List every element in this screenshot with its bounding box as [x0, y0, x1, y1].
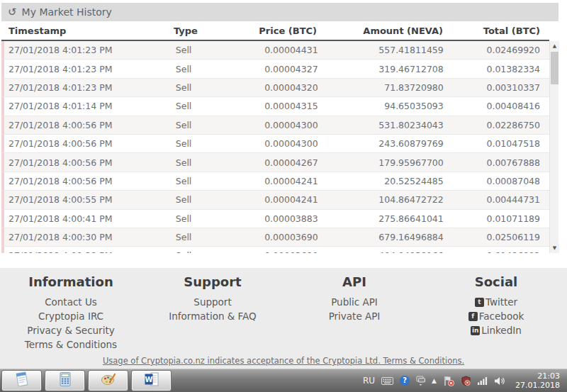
table-row[interactable]: 27/01/2018 4:00:41 PM Sell 0.00003883 27… — [1, 210, 549, 228]
security-alert-icon[interactable] — [461, 376, 471, 386]
cell-total: 0.02506119 — [444, 232, 549, 242]
cell-price: 0.00004300 — [230, 120, 318, 130]
scrollbar-thumb[interactable] — [551, 52, 558, 84]
cell-type: Sell — [176, 120, 230, 130]
cell-amount: 20.52524485 — [318, 176, 444, 186]
cell-total: 0.00310337 — [444, 82, 549, 93]
table-row[interactable]: 27/01/2018 4:00:56 PM Sell 0.00004300 24… — [1, 135, 549, 153]
calculator-icon — [57, 371, 74, 391]
cell-type: Sell — [176, 157, 230, 168]
taskbar-button-notepad[interactable] — [1, 370, 42, 391]
scrollbar-up-arrow-icon[interactable]: ▲ — [550, 41, 559, 51]
footer-link-list: SupportInformation & FAQ — [142, 296, 284, 323]
column-header-amount[interactable]: Amount (NEVA) — [317, 26, 443, 36]
linkedin-icon: in — [471, 326, 480, 335]
table-row[interactable]: 27/01/2018 4:00:56 PM Sell 0.00004241 20… — [1, 172, 549, 191]
cell-type: Sell — [176, 250, 230, 253]
svg-text:W: W — [145, 376, 152, 383]
scrollbar-down-arrow-icon[interactable]: ▼ — [550, 243, 559, 253]
footer-link-private-api[interactable]: Private API — [284, 310, 425, 323]
cell-type: Sell — [176, 45, 230, 55]
cell-type: Sell — [176, 213, 230, 224]
cell-total: 0.00408416 — [444, 101, 549, 111]
paint-icon — [100, 371, 117, 391]
footer-link-list: tTwitterfFacebookinLinkedIn — [425, 296, 567, 337]
taskbar-app-buttons: W — [0, 369, 172, 392]
cell-type: Sell — [176, 82, 230, 93]
cell-amount: 179.95967700 — [318, 157, 444, 168]
column-header-price[interactable]: Price (BTC) — [228, 26, 317, 36]
table-row[interactable]: 27/01/2018 4:00:56 PM Sell 0.00004300 53… — [1, 116, 549, 135]
footer-link-label: Terms & Conditions — [25, 338, 117, 352]
table-row[interactable]: 27/01/2018 4:00:30 PM Sell 0.00003690 67… — [1, 228, 549, 247]
footer-link-twitter[interactable]: tTwitter — [425, 296, 567, 309]
network-signal-icon[interactable] — [478, 376, 488, 385]
footer-link-terms-conditions[interactable]: Terms & Conditions — [0, 338, 142, 352]
cell-amount: 319.46712708 — [318, 64, 444, 74]
show-hidden-icons-icon[interactable]: ▲ — [432, 377, 437, 384]
display-icon[interactable] — [416, 376, 425, 386]
cell-timestamp: 27/01/2018 4:00:56 PM — [4, 176, 176, 186]
cell-price: 0.00004267 — [230, 157, 318, 168]
clock-date: 27.01.2018 — [515, 381, 560, 390]
column-header-timestamp[interactable]: Timestamp — [1, 26, 174, 36]
language-indicator[interactable]: RU — [363, 376, 375, 386]
footer-link-label: Public API — [331, 296, 378, 309]
twitter-icon: t — [475, 298, 484, 307]
footer-link-facebook[interactable]: fFacebook — [425, 310, 567, 323]
taskbar-button-calculator[interactable] — [45, 370, 85, 391]
cell-amount: 94.65035093 — [318, 101, 444, 111]
footer-link-linkedin[interactable]: inLinkedIn — [425, 324, 567, 337]
table-row[interactable]: 27/01/2018 4:01:23 PM Sell 0.00004431 55… — [1, 41, 549, 60]
keyboard-icon[interactable] — [381, 377, 393, 385]
cell-total: 0.01382334 — [444, 64, 549, 74]
table-row[interactable]: 27/01/2018 4:00:28 PM Sell 0.00003680 40… — [1, 247, 549, 253]
cell-total: 0.00087048 — [444, 176, 549, 186]
facebook-icon: f — [468, 312, 478, 321]
cell-timestamp: 27/01/2018 4:00:56 PM — [4, 120, 176, 130]
cell-price: 0.00004431 — [230, 45, 318, 55]
table-row[interactable]: 27/01/2018 4:01:23 PM Sell 0.00004320 71… — [1, 79, 549, 97]
table-row[interactable]: 27/01/2018 4:01:14 PM Sell 0.00004315 94… — [1, 97, 549, 116]
table-scrollbar[interactable]: ▲ ▼ — [549, 41, 558, 253]
taskbar-button-word[interactable]: W — [131, 370, 172, 391]
volume-icon[interactable] — [494, 376, 505, 386]
cell-timestamp: 27/01/2018 4:00:30 PM — [4, 232, 176, 242]
table-row[interactable]: 27/01/2018 4:00:56 PM Sell 0.00004267 17… — [1, 153, 549, 172]
cell-amount: 404.04938166 — [318, 250, 444, 253]
footer-link-cryptopia-irc[interactable]: Cryptopia IRC — [0, 310, 142, 323]
action-center-flag-icon[interactable] — [443, 376, 454, 386]
cell-timestamp: 27/01/2018 4:00:56 PM — [4, 157, 176, 168]
terms-notice-link[interactable]: Usage of Cryptopia.co.nz indicates accep… — [103, 356, 464, 366]
footer-link-label: Privacy & Security — [27, 324, 114, 337]
footer-link-privacy-security[interactable]: Privacy & Security — [0, 324, 142, 337]
footer-link-label: Facebook — [479, 310, 524, 323]
table-row[interactable]: 27/01/2018 4:00:55 PM Sell 0.00004241 10… — [1, 191, 549, 209]
footer-column: Social tTwitterfFacebookinLinkedIn — [425, 274, 567, 352]
footer-link-support[interactable]: Support — [142, 296, 284, 309]
table-row[interactable]: 27/01/2018 4:01:23 PM Sell 0.00004327 31… — [1, 60, 549, 78]
cell-type: Sell — [176, 232, 230, 242]
footer-link-label: Support — [193, 296, 231, 309]
footer-link-label: Contact Us — [45, 296, 97, 309]
column-header-total[interactable]: Total (BTC) — [443, 26, 549, 36]
footer-link-public-api[interactable]: Public API — [284, 296, 425, 309]
footer-column-heading: Support — [142, 274, 284, 289]
taskbar-button-paint[interactable] — [88, 370, 128, 391]
site-footer: Information Contact UsCryptopia IRCPriva… — [0, 268, 567, 369]
column-header-type[interactable]: Type — [174, 26, 228, 36]
cell-total: 0.01071189 — [444, 213, 549, 224]
cell-amount: 557.41811459 — [318, 45, 444, 55]
taskbar-clock[interactable]: 21:03 27.01.2018 — [512, 371, 563, 390]
help-icon[interactable]: ? — [400, 376, 410, 386]
cell-type: Sell — [176, 194, 230, 205]
cell-price: 0.00004315 — [230, 101, 318, 111]
cell-amount: 71.83720980 — [318, 82, 444, 93]
cell-type: Sell — [176, 64, 230, 74]
cell-price: 0.00004241 — [230, 176, 318, 186]
footer-link-contact-us[interactable]: Contact Us — [0, 296, 142, 309]
footer-column-heading: Social — [425, 274, 567, 289]
footer-link-label: Private API — [329, 310, 381, 323]
cell-price: 0.00003690 — [230, 232, 318, 242]
footer-link-information-faq[interactable]: Information & FAQ — [142, 310, 284, 323]
